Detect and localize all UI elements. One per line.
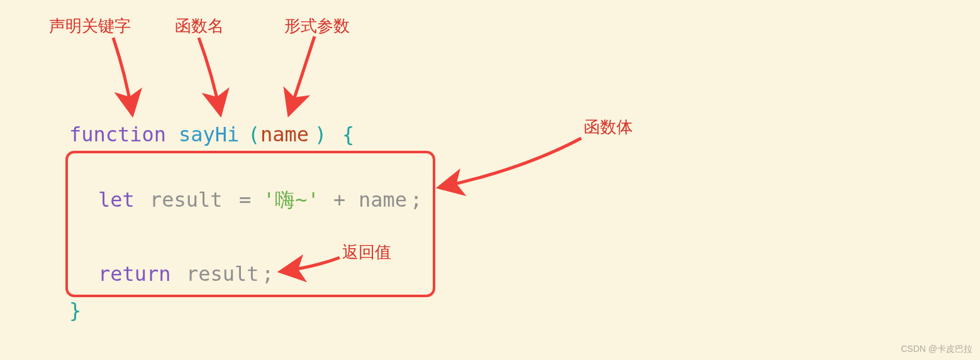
arrow-param [289, 36, 315, 113]
arrow-keyword [113, 38, 132, 113]
code-operator-eq: = [239, 190, 251, 210]
code-return-var: result [186, 264, 259, 284]
arrow-body [440, 138, 581, 187]
arrow-funcname [199, 38, 220, 113]
watermark: CSDN @卡皮巴拉 [901, 344, 972, 355]
code-brace-open: { [342, 124, 354, 145]
code-var-result: result [150, 190, 223, 210]
code-semicolon-1: ; [410, 190, 422, 210]
code-keyword-function: function [69, 124, 166, 145]
code-brace-close: } [69, 300, 81, 320]
label-body: 函数体 [584, 116, 633, 138]
label-keyword: 声明关键字 [49, 15, 131, 37]
code-operator-plus: + [333, 190, 345, 210]
code-var-name-ref: name [359, 190, 407, 210]
diagram-stage: 声明关键字 函数名 形式参数 函数体 返回值 function sayHi ( … [0, 0, 980, 360]
code-paren-close: ) [315, 124, 326, 145]
code-semicolon-2: ; [262, 264, 274, 284]
label-funcname: 函数名 [175, 15, 224, 37]
label-param: 形式参数 [284, 15, 350, 37]
code-paren-open: ( [248, 124, 260, 145]
code-string-hi: '嗨~' [263, 190, 320, 210]
code-keyword-return: return [98, 264, 171, 284]
code-keyword-let: let [98, 190, 135, 210]
code-param-name: name [260, 124, 309, 145]
code-function-name: sayHi [179, 124, 239, 145]
